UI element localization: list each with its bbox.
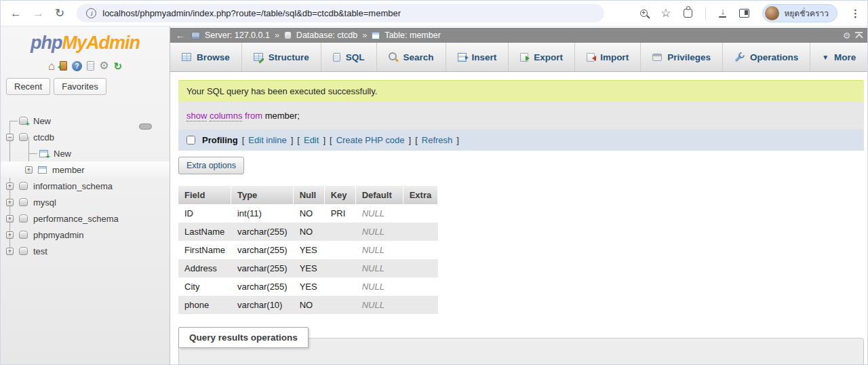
expand-plus-icon[interactable]: + [6,215,14,223]
tab-structure[interactable]: Structure [242,43,321,71]
tab-browse[interactable]: Browse [170,43,242,71]
expand-plus-icon[interactable]: + [25,166,33,174]
home-icon[interactable]: ⌂ [48,60,55,72]
tab-insert[interactable]: Insert [446,43,509,71]
refresh-icon[interactable]: ↻ [114,61,123,71]
cell-type: int(11) [231,204,294,223]
url-text[interactable]: localhost/phpmyadmin/index.php?route=/ta… [102,8,401,18]
cell-default: NULL [356,223,403,241]
cell-extra [403,259,439,277]
database-icon [19,182,28,190]
tree-item-db-phpmyadmin[interactable]: + phpmyadmin [1,227,170,243]
help-icon[interactable]: ? [72,61,82,71]
import-icon [587,53,595,62]
tab-operations[interactable]: Operations [723,43,810,71]
tab-export[interactable]: Export [509,43,575,71]
side-panel-icon[interactable] [739,9,749,18]
extensions-icon[interactable] [684,9,692,18]
page-settings-gear-icon[interactable]: ⚙ [843,31,851,41]
col-header-type[interactable]: Type [231,186,294,204]
cell-extra [403,223,439,241]
breadcrumb-server[interactable]: Server: 127.0.0.1 [205,31,270,40]
cell-default: NULL [356,259,403,277]
tab-privileges[interactable]: Privileges [641,43,723,71]
privileges-icon [652,54,662,61]
docs-icon[interactable] [87,61,94,71]
site-info-icon[interactable]: i [86,8,96,18]
settings-icon[interactable]: ⚙ [99,60,108,71]
cell-key: PRI [325,204,356,223]
page-content: Your SQL query has been executed success… [170,72,868,365]
table-tabs: Browse Structure SQL Search Insert Expor… [170,43,868,72]
cell-null: NO [294,223,325,241]
col-header-extra[interactable]: Extra [403,186,439,204]
sql-keyword[interactable]: show [186,111,207,121]
cell-type: varchar(255) [231,241,294,259]
col-header-default[interactable]: Default [356,186,403,204]
tab-favorites[interactable]: Favorites [54,78,106,95]
col-header-null[interactable]: Null [294,186,325,204]
bracket: [ [242,135,245,145]
tab-label: Structure [269,52,309,62]
tree-item-db-test[interactable]: + test [1,243,170,259]
main-panel: ← Server: 127.0.0.1 » Database: ctcdb » … [170,26,868,365]
expand-plus-icon[interactable]: + [6,248,14,255]
cell-extra [403,204,439,223]
logo-myadmin: MyAdmin [62,33,140,53]
cell-field: City [178,277,231,296]
expand-plus-icon[interactable]: + [6,199,14,206]
tree-item-db-ctcdb[interactable]: − ctcdb [1,129,170,145]
download-base [719,16,726,18]
menu-kebab-icon[interactable]: ⋮ [850,7,861,20]
tab-sql[interactable]: SQL [321,43,377,71]
new-table-icon [39,150,48,157]
server-icon [191,32,200,39]
tab-import[interactable]: Import [575,43,641,71]
tab-more[interactable]: ▼More [810,43,868,71]
link-refresh[interactable]: Refresh [422,135,453,145]
link-edit[interactable]: Edit [304,135,319,145]
tree-label: information_schema [33,181,113,191]
tree-item-db-mysql[interactable]: + mysql [1,194,170,210]
expand-plus-icon[interactable]: + [6,182,14,190]
tree-item-db-performance-schema[interactable]: + performance_schema [1,210,170,227]
sql-keyword[interactable]: columns [210,111,242,121]
reload-icon[interactable]: ↻ [55,7,64,19]
phpmyadmin-logo[interactable]: phpMyAdmin [1,26,170,54]
nav-toggle-arrow-icon[interactable]: ← [176,31,185,40]
collapse-minus-icon[interactable]: − [6,134,14,141]
logout-icon[interactable] [60,61,67,71]
tab-recent[interactable]: Recent [6,78,50,95]
col-header-key[interactable]: Key [325,186,356,204]
tree-item-table-member[interactable]: + member [1,161,170,178]
tree-item-new-database[interactable]: New [1,113,170,129]
console-collapse-icon[interactable] [855,32,863,39]
expand-plus-icon[interactable]: + [6,231,14,239]
zoom-icon[interactable] [640,9,648,17]
bookmark-star-icon[interactable]: ☆ [660,7,671,19]
profile-button[interactable]: หยุดชั่วคราว [762,4,837,22]
tab-label: Import [600,52,629,62]
cell-key [325,296,356,314]
extra-options-button[interactable]: Extra options [178,157,244,174]
breadcrumb-database[interactable]: Database: ctcdb [296,31,357,40]
sql-icon [333,53,340,62]
download-icon[interactable]: ↓ [719,9,726,17]
col-header-field[interactable]: Field [178,186,231,204]
cell-key [325,277,356,296]
profiling-checkbox[interactable] [186,136,195,145]
tab-label: Search [403,52,434,62]
tab-search[interactable]: Search [377,43,446,71]
database-icon [19,198,28,206]
breadcrumb-table[interactable]: Table: member [384,31,441,40]
tree-item-db-information-schema[interactable]: + information_schema [1,178,170,194]
table-row: LastName varchar(255) NO NULL [178,223,438,241]
bracket: ] [409,135,412,145]
address-bar[interactable]: i localhost/phpmyadmin/index.php?route=/… [77,4,604,22]
link-edit-inline[interactable]: Edit inline [248,135,286,145]
forward-icon[interactable]: → [33,7,44,19]
link-create-php-code[interactable]: Create PHP code [336,135,405,145]
back-icon[interactable]: ← [10,7,22,19]
tab-label: SQL [346,52,365,62]
tree-item-new-table[interactable]: New [1,145,170,161]
